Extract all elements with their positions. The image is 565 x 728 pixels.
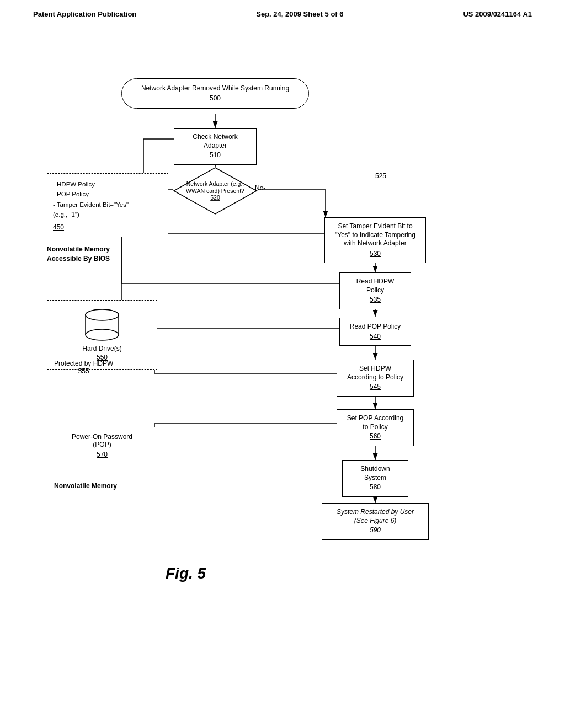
node-535-label: Read HDPW Policy [347,277,404,295]
svg-point-14 [86,309,119,320]
node-580-num: 580 [349,483,401,492]
node-560: Set POP According to Policy 560 [337,409,414,446]
node-530: Set Tamper Evident Bit to"Yes" to Indica… [324,217,426,263]
node-590-label: System Restarted by User(See Figure 6) [329,508,422,525]
memory-450-num: 450 [53,223,162,231]
node-500-label: Network Adapter Removed While System Run… [131,84,300,93]
header-right: US 2009/0241164 A1 [463,10,532,18]
node-545: Set HDPW According to Policy 545 [337,360,414,397]
svg-point-13 [86,329,119,340]
pop-area: Power-On Password(POP) 570 [47,427,157,464]
pop-label: Power-On Password(POP) [53,433,151,448]
node-530-num: 530 [332,250,419,259]
cylinder-icon [53,308,151,341]
node-560-num: 560 [344,432,407,441]
node-540-label: Read POP Policy [347,323,404,331]
node-540-num: 540 [347,333,404,341]
node-590: System Restarted by User(See Figure 6) 5… [322,503,429,540]
label-525: 525 [375,172,386,180]
node-530-label: Set Tamper Evident Bit to"Yes" to Indica… [332,222,419,248]
node-510-label: Check Network Adapter [181,133,249,150]
node-580: Shutdown System 580 [342,460,408,497]
memory-box-450: - HDPW Policy - POP Policy - Tamper Evid… [47,173,168,237]
node-545-num: 545 [344,383,407,392]
figure-caption: Fig. 5 [166,565,206,582]
hard-drive-label: Hard Drive(s) [53,345,151,352]
node-560-label: Set POP According to Policy [344,414,407,431]
page-header: Patent Application Publication Sep. 24, … [0,0,565,24]
nonvolatile-label: Nonvolatile Memory [54,482,117,490]
node-535-num: 535 [347,296,404,304]
pop-num: 570 [53,451,151,458]
node-590-num: 590 [329,526,422,535]
diagram: Network Adapter Removed While System Run… [0,30,565,703]
node-545-label: Set HDPW According to Policy [344,365,407,382]
memory-450-caption: Nonvolatile MemoryAccessible By BIOS [47,245,110,264]
node-540: Read POP Policy 540 [339,318,411,346]
node-500-num: 500 [131,94,300,103]
node-510: Check Network Adapter 510 [174,128,257,165]
label-no: No- [255,184,265,192]
header-center: Sep. 24, 2009 Sheet 5 of 6 [256,10,343,18]
hdpw-caption: Protected by HDPW555 [54,360,113,375]
node-510-num: 510 [181,151,249,160]
node-500: Network Adapter Removed While System Run… [121,78,309,109]
node-520-num: 520 [210,194,220,201]
memory-450-content: - HDPW Policy - POP Policy - Tamper Evid… [53,179,162,220]
node-520-label: Network Adapter (e.g.,WWAN card) Present… [186,180,244,194]
node-520: Network Adapter (e.g.,WWAN card) Present… [173,167,258,215]
node-580-label: Shutdown System [349,465,401,482]
node-535: Read HDPW Policy 535 [339,272,411,309]
nonvolatile-caption: Nonvolatile Memory [54,482,117,490]
header-left: Patent Application Publication [33,10,136,18]
memory-accessible-label: Nonvolatile MemoryAccessible By BIOS [47,245,110,263]
